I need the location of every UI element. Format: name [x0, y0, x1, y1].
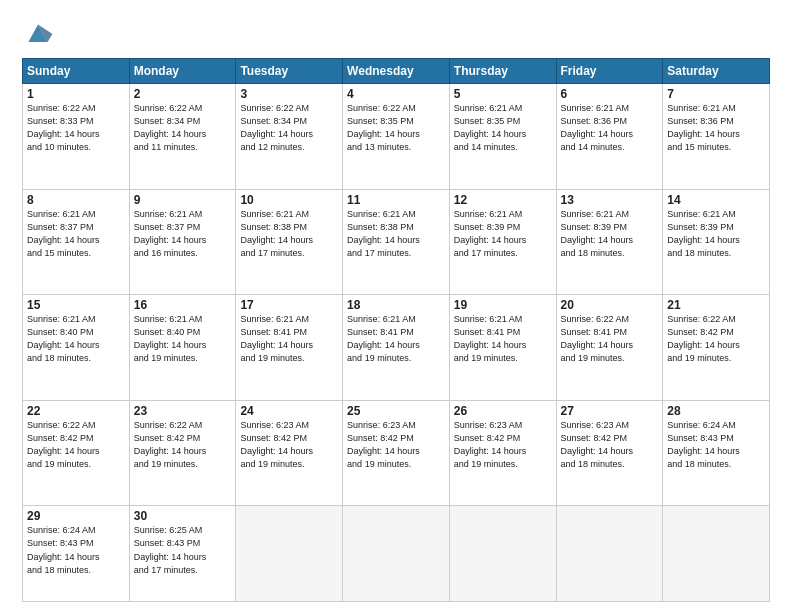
day-cell: 13Sunrise: 6:21 AM Sunset: 8:39 PM Dayli… [556, 189, 663, 295]
day-info: Sunrise: 6:21 AM Sunset: 8:38 PM Dayligh… [240, 208, 338, 260]
day-info: Sunrise: 6:21 AM Sunset: 8:39 PM Dayligh… [454, 208, 552, 260]
day-number: 18 [347, 298, 445, 312]
week-row-4: 22Sunrise: 6:22 AM Sunset: 8:42 PM Dayli… [23, 400, 770, 506]
day-info: Sunrise: 6:23 AM Sunset: 8:42 PM Dayligh… [240, 419, 338, 471]
day-cell: 23Sunrise: 6:22 AM Sunset: 8:42 PM Dayli… [129, 400, 236, 506]
day-info: Sunrise: 6:22 AM Sunset: 8:34 PM Dayligh… [240, 102, 338, 154]
day-cell [343, 506, 450, 602]
day-number: 25 [347, 404, 445, 418]
day-cell [449, 506, 556, 602]
day-cell [236, 506, 343, 602]
day-cell: 14Sunrise: 6:21 AM Sunset: 8:39 PM Dayli… [663, 189, 770, 295]
day-number: 12 [454, 193, 552, 207]
day-cell: 29Sunrise: 6:24 AM Sunset: 8:43 PM Dayli… [23, 506, 130, 602]
day-number: 14 [667, 193, 765, 207]
day-cell: 18Sunrise: 6:21 AM Sunset: 8:41 PM Dayli… [343, 295, 450, 401]
day-info: Sunrise: 6:21 AM Sunset: 8:36 PM Dayligh… [667, 102, 765, 154]
day-number: 19 [454, 298, 552, 312]
day-info: Sunrise: 6:24 AM Sunset: 8:43 PM Dayligh… [667, 419, 765, 471]
day-info: Sunrise: 6:22 AM Sunset: 8:42 PM Dayligh… [27, 419, 125, 471]
day-info: Sunrise: 6:21 AM Sunset: 8:41 PM Dayligh… [240, 313, 338, 365]
day-cell [663, 506, 770, 602]
day-number: 7 [667, 87, 765, 101]
week-row-3: 15Sunrise: 6:21 AM Sunset: 8:40 PM Dayli… [23, 295, 770, 401]
day-cell: 21Sunrise: 6:22 AM Sunset: 8:42 PM Dayli… [663, 295, 770, 401]
day-cell: 10Sunrise: 6:21 AM Sunset: 8:38 PM Dayli… [236, 189, 343, 295]
day-cell: 26Sunrise: 6:23 AM Sunset: 8:42 PM Dayli… [449, 400, 556, 506]
day-number: 28 [667, 404, 765, 418]
day-number: 4 [347, 87, 445, 101]
weekday-header-row: SundayMondayTuesdayWednesdayThursdayFrid… [23, 59, 770, 84]
day-cell: 4Sunrise: 6:22 AM Sunset: 8:35 PM Daylig… [343, 84, 450, 190]
day-number: 23 [134, 404, 232, 418]
day-number: 20 [561, 298, 659, 312]
weekday-header-sunday: Sunday [23, 59, 130, 84]
weekday-header-tuesday: Tuesday [236, 59, 343, 84]
day-info: Sunrise: 6:23 AM Sunset: 8:42 PM Dayligh… [561, 419, 659, 471]
day-number: 3 [240, 87, 338, 101]
day-number: 26 [454, 404, 552, 418]
day-cell: 12Sunrise: 6:21 AM Sunset: 8:39 PM Dayli… [449, 189, 556, 295]
page: SundayMondayTuesdayWednesdayThursdayFrid… [0, 0, 792, 612]
header [22, 18, 770, 50]
day-number: 2 [134, 87, 232, 101]
day-number: 1 [27, 87, 125, 101]
day-number: 17 [240, 298, 338, 312]
day-number: 22 [27, 404, 125, 418]
day-cell: 15Sunrise: 6:21 AM Sunset: 8:40 PM Dayli… [23, 295, 130, 401]
day-cell: 3Sunrise: 6:22 AM Sunset: 8:34 PM Daylig… [236, 84, 343, 190]
calendar-table: SundayMondayTuesdayWednesdayThursdayFrid… [22, 58, 770, 602]
day-cell: 8Sunrise: 6:21 AM Sunset: 8:37 PM Daylig… [23, 189, 130, 295]
day-info: Sunrise: 6:22 AM Sunset: 8:33 PM Dayligh… [27, 102, 125, 154]
day-cell: 11Sunrise: 6:21 AM Sunset: 8:38 PM Dayli… [343, 189, 450, 295]
day-number: 11 [347, 193, 445, 207]
day-number: 21 [667, 298, 765, 312]
day-cell: 5Sunrise: 6:21 AM Sunset: 8:35 PM Daylig… [449, 84, 556, 190]
day-cell: 22Sunrise: 6:22 AM Sunset: 8:42 PM Dayli… [23, 400, 130, 506]
day-cell: 27Sunrise: 6:23 AM Sunset: 8:42 PM Dayli… [556, 400, 663, 506]
day-info: Sunrise: 6:22 AM Sunset: 8:34 PM Dayligh… [134, 102, 232, 154]
day-number: 5 [454, 87, 552, 101]
day-info: Sunrise: 6:21 AM Sunset: 8:36 PM Dayligh… [561, 102, 659, 154]
weekday-header-friday: Friday [556, 59, 663, 84]
logo [22, 18, 58, 50]
day-number: 6 [561, 87, 659, 101]
day-cell: 17Sunrise: 6:21 AM Sunset: 8:41 PM Dayli… [236, 295, 343, 401]
week-row-5: 29Sunrise: 6:24 AM Sunset: 8:43 PM Dayli… [23, 506, 770, 602]
weekday-header-thursday: Thursday [449, 59, 556, 84]
day-cell: 25Sunrise: 6:23 AM Sunset: 8:42 PM Dayli… [343, 400, 450, 506]
day-info: Sunrise: 6:25 AM Sunset: 8:43 PM Dayligh… [134, 524, 232, 576]
weekday-header-wednesday: Wednesday [343, 59, 450, 84]
day-number: 9 [134, 193, 232, 207]
day-info: Sunrise: 6:21 AM Sunset: 8:41 PM Dayligh… [347, 313, 445, 365]
day-cell: 28Sunrise: 6:24 AM Sunset: 8:43 PM Dayli… [663, 400, 770, 506]
day-info: Sunrise: 6:24 AM Sunset: 8:43 PM Dayligh… [27, 524, 125, 576]
day-info: Sunrise: 6:21 AM Sunset: 8:39 PM Dayligh… [561, 208, 659, 260]
week-row-2: 8Sunrise: 6:21 AM Sunset: 8:37 PM Daylig… [23, 189, 770, 295]
day-number: 16 [134, 298, 232, 312]
day-info: Sunrise: 6:21 AM Sunset: 8:37 PM Dayligh… [27, 208, 125, 260]
day-info: Sunrise: 6:22 AM Sunset: 8:42 PM Dayligh… [134, 419, 232, 471]
day-cell: 30Sunrise: 6:25 AM Sunset: 8:43 PM Dayli… [129, 506, 236, 602]
day-cell: 6Sunrise: 6:21 AM Sunset: 8:36 PM Daylig… [556, 84, 663, 190]
day-number: 10 [240, 193, 338, 207]
day-info: Sunrise: 6:21 AM Sunset: 8:37 PM Dayligh… [134, 208, 232, 260]
day-cell: 16Sunrise: 6:21 AM Sunset: 8:40 PM Dayli… [129, 295, 236, 401]
day-info: Sunrise: 6:22 AM Sunset: 8:42 PM Dayligh… [667, 313, 765, 365]
day-cell: 7Sunrise: 6:21 AM Sunset: 8:36 PM Daylig… [663, 84, 770, 190]
day-cell: 1Sunrise: 6:22 AM Sunset: 8:33 PM Daylig… [23, 84, 130, 190]
day-info: Sunrise: 6:21 AM Sunset: 8:41 PM Dayligh… [454, 313, 552, 365]
day-cell [556, 506, 663, 602]
day-info: Sunrise: 6:21 AM Sunset: 8:40 PM Dayligh… [27, 313, 125, 365]
day-number: 15 [27, 298, 125, 312]
weekday-header-monday: Monday [129, 59, 236, 84]
day-info: Sunrise: 6:22 AM Sunset: 8:35 PM Dayligh… [347, 102, 445, 154]
day-info: Sunrise: 6:21 AM Sunset: 8:39 PM Dayligh… [667, 208, 765, 260]
day-number: 27 [561, 404, 659, 418]
day-number: 24 [240, 404, 338, 418]
day-number: 13 [561, 193, 659, 207]
day-cell: 19Sunrise: 6:21 AM Sunset: 8:41 PM Dayli… [449, 295, 556, 401]
day-cell: 2Sunrise: 6:22 AM Sunset: 8:34 PM Daylig… [129, 84, 236, 190]
day-number: 8 [27, 193, 125, 207]
logo-icon [22, 18, 54, 50]
